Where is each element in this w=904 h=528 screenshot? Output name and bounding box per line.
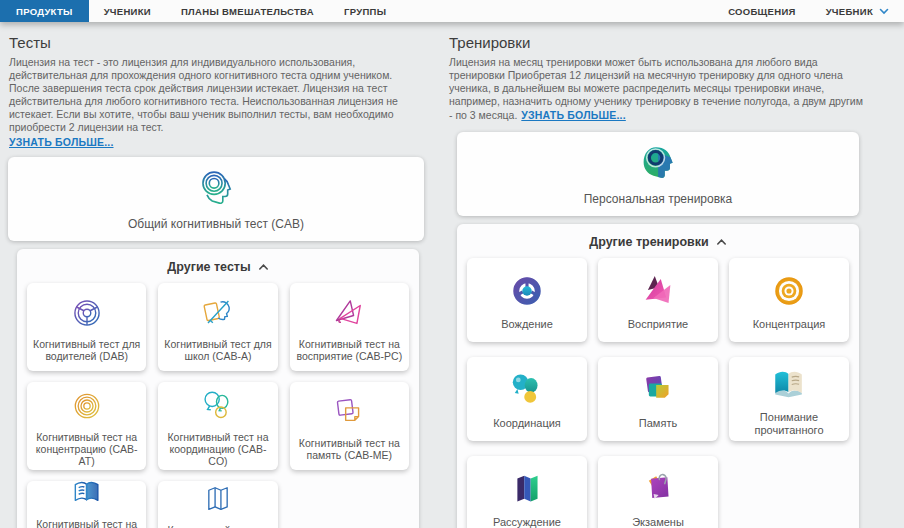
training-card[interactable]: Координация xyxy=(467,357,587,441)
training-card-label: Концентрация xyxy=(753,318,826,331)
map-filled-icon xyxy=(505,467,549,511)
training-card-label: Восприятие xyxy=(628,318,688,331)
test-card-label: Когнитивный тест для школ (CAB-A) xyxy=(163,338,272,362)
test-card-label: Когнитивный тест на рассуждение (CAB-RS) xyxy=(163,524,272,528)
featured-card-label: Персональная тренировка xyxy=(584,192,733,206)
test-card[interactable]: Когнитивный тест для водителей (DAB) xyxy=(27,283,146,371)
training-card-label: Рассуждение xyxy=(493,516,561,528)
other-tests-panel: Другие тесты Когнитивный тест для водите… xyxy=(17,249,419,528)
steering-wheel-filled-icon xyxy=(505,269,549,313)
chevron-up-icon xyxy=(716,238,727,246)
training-card[interactable]: Вождение xyxy=(467,258,587,342)
balloons-filled-icon xyxy=(505,368,549,412)
training-card-label: Память xyxy=(639,417,677,430)
test-card[interactable]: Когнитивный тест на координацию (CAB-CO) xyxy=(158,382,277,470)
balloons-outline-icon xyxy=(198,386,238,426)
map-outline-icon xyxy=(198,481,238,519)
other-tests-header-label: Другие тесты xyxy=(167,260,250,274)
trainings-learn-more-link[interactable]: УЗНАТЬ БОЛЬШЕ... xyxy=(521,109,626,122)
other-trainings-panel: Другие тренировки ВождениеВосприятиеКонц… xyxy=(457,224,859,528)
nav-tab-учебник[interactable]: УЧЕБНИК xyxy=(811,0,904,22)
target-filled-icon xyxy=(767,269,811,313)
book-outline-icon xyxy=(67,481,107,513)
top-navigation-bar: ПРОДУКТЫУЧЕНИКИПЛАНЫ ВМЕШАТЕЛЬСТВАГРУППЫ… xyxy=(0,0,904,22)
test-card[interactable]: Когнитивный тест на рассуждение (CAB-RS) xyxy=(158,481,277,528)
head-rings-icon xyxy=(193,167,239,213)
training-card-label: Экзамены xyxy=(632,516,684,528)
chevron-down-icon xyxy=(879,8,889,15)
training-card[interactable]: Концентрация xyxy=(729,258,849,342)
test-card-label: Когнитивный тест на понимание прочитанно… xyxy=(32,518,141,528)
nav-tab-сообщения[interactable]: СООБЩЕНИЯ xyxy=(713,0,810,22)
training-card-label: Координация xyxy=(493,417,561,430)
nav-tab-label: УЧЕНИКИ xyxy=(104,6,151,17)
trainings-grid: ВождениеВосприятиеКонцентрацияКоординаци… xyxy=(467,258,849,528)
nav-tab-label: ГРУППЫ xyxy=(344,6,386,17)
test-card-label: Когнитивный тест для водителей (DAB) xyxy=(32,338,141,362)
notes-outline-icon xyxy=(329,392,369,432)
nav-tab-label: СООБЩЕНИЯ xyxy=(728,6,795,17)
nav-tab-продукты[interactable]: ПРОДУКТЫ xyxy=(0,0,89,22)
featured-card-label: Общий когнитивный тест (CAB) xyxy=(128,217,304,231)
school-pencil-outline-icon xyxy=(198,293,238,333)
training-card[interactable]: Память xyxy=(598,357,718,441)
tests-column: Тесты Лицензия на тест - это лицензия дл… xyxy=(8,30,424,528)
general-cognitive-test-card[interactable]: Общий когнитивный тест (CAB) xyxy=(8,157,424,241)
training-card[interactable]: Восприятие xyxy=(598,258,718,342)
training-card[interactable]: Рассуждение xyxy=(467,456,587,528)
test-card[interactable]: Когнитивный тест на понимание прочитанно… xyxy=(27,481,146,528)
main-content: Тесты Лицензия на тест - это лицензия дл… xyxy=(0,22,904,528)
nav-tab-планы-вмешательства[interactable]: ПЛАНЫ ВМЕШАТЕЛЬСТВА xyxy=(166,0,329,22)
test-card-label: Когнитивный тест на восприятие (CAB-PC) xyxy=(295,338,404,362)
tests-title: Тесты xyxy=(9,34,424,51)
training-card-label: Понимание прочитанного xyxy=(734,411,844,437)
trainings-description-text: Лицензия на месяц тренировки может быть … xyxy=(449,56,863,121)
test-card[interactable]: Когнитивный тест на концентрацию (CAB-AT… xyxy=(27,382,146,470)
training-card[interactable]: Экзамены xyxy=(598,456,718,528)
training-card[interactable]: Понимание прочитанного xyxy=(729,357,849,441)
nav-tab-label: УЧЕБНИК xyxy=(826,6,873,17)
test-card-label: Когнитивный тест на координацию (CAB-CO) xyxy=(163,431,272,467)
trainings-title: Тренировки xyxy=(449,34,868,51)
other-tests-header[interactable]: Другие тесты xyxy=(27,256,409,283)
trainings-description: Лицензия на месяц тренировки может быть … xyxy=(449,56,868,122)
tests-learn-more-link[interactable]: УЗНАТЬ БОЛЬШЕ... xyxy=(9,136,424,148)
test-card[interactable]: Когнитивный тест для школ (CAB-A) xyxy=(158,283,277,371)
nav-left-group: ПРОДУКТЫУЧЕНИКИПЛАНЫ ВМЕШАТЕЛЬСТВАГРУППЫ xyxy=(0,0,401,22)
triangles-filled-icon xyxy=(636,269,680,313)
other-trainings-header[interactable]: Другие тренировки xyxy=(467,231,849,258)
chevron-up-icon xyxy=(258,263,269,271)
triangles-outline-icon xyxy=(329,293,369,333)
trainings-column: Тренировки Лицензия на месяц тренировки … xyxy=(448,30,868,528)
training-card-label: Вождение xyxy=(501,318,553,331)
nav-tab-ученики[interactable]: УЧЕНИКИ xyxy=(89,0,166,22)
head-filled-icon xyxy=(635,142,681,188)
nav-tab-label: ПРОДУКТЫ xyxy=(16,6,73,17)
book-filled-icon xyxy=(767,362,811,406)
nav-tab-группы[interactable]: ГРУППЫ xyxy=(329,0,401,22)
personal-training-card[interactable]: Персональная тренировка xyxy=(457,132,859,216)
tests-grid: Когнитивный тест для водителей (DAB)Когн… xyxy=(27,283,409,528)
nav-tab-label: ПЛАНЫ ВМЕШАТЕЛЬСТВА xyxy=(181,6,314,17)
nav-right-group: СООБЩЕНИЯУЧЕБНИК xyxy=(713,0,904,22)
notes-filled-icon xyxy=(636,368,680,412)
other-trainings-header-label: Другие тренировки xyxy=(589,235,708,249)
test-card[interactable]: Когнитивный тест на память (CAB-ME) xyxy=(290,382,409,470)
tests-description: Лицензия на тест - это лицензия для инди… xyxy=(9,56,424,134)
steering-wheel-outline-icon xyxy=(67,293,107,333)
target-outline-icon xyxy=(67,386,107,426)
test-card-label: Когнитивный тест на концентрацию (CAB-AT… xyxy=(32,431,141,467)
exams-filled-icon xyxy=(636,467,680,511)
test-card-label: Когнитивный тест на память (CAB-ME) xyxy=(295,437,404,461)
test-card[interactable]: Когнитивный тест на восприятие (CAB-PC) xyxy=(290,283,409,371)
